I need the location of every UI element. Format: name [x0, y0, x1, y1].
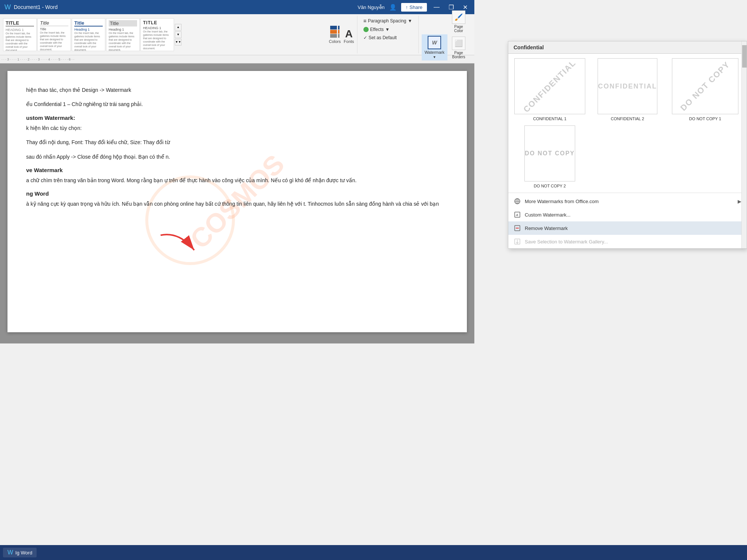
- style-title-4[interactable]: Title Heading 1 On the Insert tab, the g…: [106, 18, 140, 51]
- user-name: Văn Nguyễn: [357, 4, 384, 10]
- colors-fonts-section: Colors A Fonts: [326, 16, 357, 53]
- style-title-1[interactable]: TITLE HEADING 1 On the Insert tab, the g…: [3, 18, 37, 51]
- gallery-down-button[interactable]: ▼: [175, 31, 182, 38]
- gallery-up-button[interactable]: ▲: [175, 24, 182, 31]
- doc-paragraph-1: hiện thao tác, chọn thẻ Design -> Waterm…: [26, 86, 448, 94]
- doc-heading-2: ve Watermark: [26, 167, 448, 173]
- ribbon: TITLE HEADING 1 On the Insert tab, the g…: [0, 14, 474, 55]
- app-icon: W: [4, 3, 11, 11]
- colors-button[interactable]: Colors: [329, 26, 341, 44]
- gallery-expand-button[interactable]: ▼▼: [175, 39, 182, 46]
- effects-arrow: ▼: [385, 27, 390, 32]
- title-bar: W Document1 - Word Văn Nguyễn 👤 ↑ Share …: [0, 0, 474, 14]
- effects-dot: [363, 27, 369, 32]
- document-page: COSMOS hiện thao tác, chọn thẻ Design ->…: [7, 71, 467, 332]
- page-color-button[interactable]: 🖌️ Page Color: [449, 9, 468, 34]
- set-default-icon: ✓: [363, 35, 367, 40]
- page-borders-button[interactable]: ⬜ Page Borders: [449, 35, 468, 60]
- doc-paragraph-6: sau đó nhấn Apply -> Close để đóng hộp t…: [26, 153, 448, 161]
- ruler: · · · 3 · · · · 1 · · · · 2 · · · · 3 · …: [0, 55, 474, 63]
- doc-paragraph-10: à kỹ năng cực kỳ quan trọng và hữu ích. …: [26, 200, 448, 208]
- doc-heading-1: ustom Watermark:: [26, 115, 448, 121]
- paragraph-spacing-arrow: ▼: [408, 18, 412, 24]
- fonts-button[interactable]: A Fonts: [344, 29, 354, 44]
- doc-paragraph-2: ểu Confidential 1 – Chữ nghiêng từ trái …: [26, 100, 448, 108]
- set-default-button[interactable]: ✓ Set as Default: [362, 34, 414, 41]
- doc-heading-3: ng Word: [26, 190, 448, 197]
- title-bar-left: W Document1 - Word: [4, 3, 58, 11]
- colors-label: Colors: [329, 39, 341, 44]
- paragraph-spacing-icon: ≡: [363, 18, 366, 24]
- page-design-group: W Watermark ▼ 🖌️ Page Color ⬜ Page Borde…: [418, 16, 471, 53]
- document-area: COSMOS hiện thao tác, chọn thẻ Design ->…: [0, 63, 474, 343]
- gallery-scroll: ▲ ▼ ▼▼: [175, 24, 182, 46]
- effects-button[interactable]: Effects ▼: [362, 26, 414, 33]
- paragraph-spacing-button[interactable]: ≡ Paragraph Spacing ▼: [362, 17, 414, 25]
- share-icon: ↑: [406, 4, 408, 10]
- doc-paragraph-4: k hiện lên các tùy chọn:: [26, 124, 448, 132]
- fonts-label: Fonts: [344, 39, 354, 44]
- watermark-button[interactable]: W Watermark ▼: [422, 34, 447, 60]
- doc-paragraph-8: a chữ chìm trên trang văn bản trong Word…: [26, 176, 448, 184]
- style-title-3[interactable]: Title Heading 1 On the Insert tab, the g…: [72, 18, 105, 51]
- style-title-5[interactable]: TITLE HEADING 1 On the Insert tab, the g…: [140, 18, 174, 51]
- main-area: COSMOS hiện thao tác, chọn thẻ Design ->…: [0, 63, 474, 343]
- watermark-icon: W: [428, 36, 441, 49]
- page-color-icon: 🖌️: [452, 10, 465, 24]
- user-icon: 👤: [389, 4, 397, 11]
- window-title: Document1 - Word: [14, 4, 58, 10]
- ribbon-right-group: ≡ Paragraph Spacing ▼ Effects ▼ ✓ Set as…: [359, 16, 417, 53]
- document-text: hiện thao tác, chọn thẻ Design -> Waterm…: [26, 86, 448, 208]
- page-borders-icon: ⬜: [452, 37, 465, 50]
- doc-paragraph-5: Thay đổi nội dung, Font: Thay đổi kiểu c…: [26, 138, 448, 146]
- style-title-2[interactable]: Title Title On the Insert tab, the galle…: [37, 18, 71, 51]
- style-gallery: TITLE HEADING 1 On the Insert tab, the g…: [3, 16, 325, 53]
- watermark-arrow: ▼: [433, 55, 436, 59]
